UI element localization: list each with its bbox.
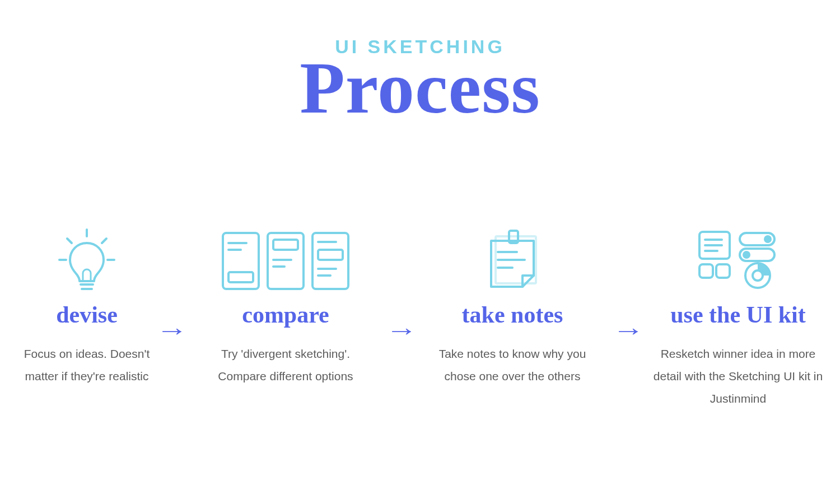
ui-kit-icon (648, 222, 828, 295)
step-description: Focus on ideas. Doesn't matter if they'r… (14, 343, 160, 388)
svg-rect-29 (699, 264, 713, 278)
svg-rect-10 (228, 272, 253, 282)
sticky-note-icon (426, 222, 599, 295)
step-description: Take notes to know why you chose one ove… (426, 343, 599, 388)
step-description: Try 'divergent sketching'. Compare diffe… (202, 343, 370, 388)
svg-line-3 (67, 239, 72, 243)
step-title: take notes (426, 301, 599, 328)
svg-point-36 (753, 270, 763, 281)
step-title: compare (202, 301, 370, 328)
arrow-right-icon: → (612, 318, 644, 343)
process-step-devise: devise Focus on ideas. Doesn't matter if… (14, 222, 160, 388)
layouts-icon (202, 222, 370, 295)
diagram-title: Process (0, 45, 840, 130)
arrow-right-icon: → (385, 318, 417, 343)
svg-line-4 (102, 239, 106, 243)
step-description: Resketch winner idea in more detail with… (648, 343, 828, 410)
svg-point-34 (743, 251, 750, 259)
svg-rect-30 (716, 264, 730, 278)
process-step-take-notes: take notes Take notes to know why you ch… (426, 222, 599, 388)
process-step-ui-kit: use the UI kit Resketch winner idea in m… (648, 222, 828, 410)
svg-rect-12 (273, 240, 298, 250)
arrow-right-icon: → (156, 318, 188, 343)
process-step-compare: compare Try 'divergent sketching'. Compa… (202, 222, 370, 388)
lightbulb-icon (14, 222, 160, 295)
step-title: devise (14, 301, 160, 328)
step-title: use the UI kit (648, 301, 828, 328)
svg-rect-17 (318, 250, 343, 260)
svg-point-32 (764, 235, 772, 243)
